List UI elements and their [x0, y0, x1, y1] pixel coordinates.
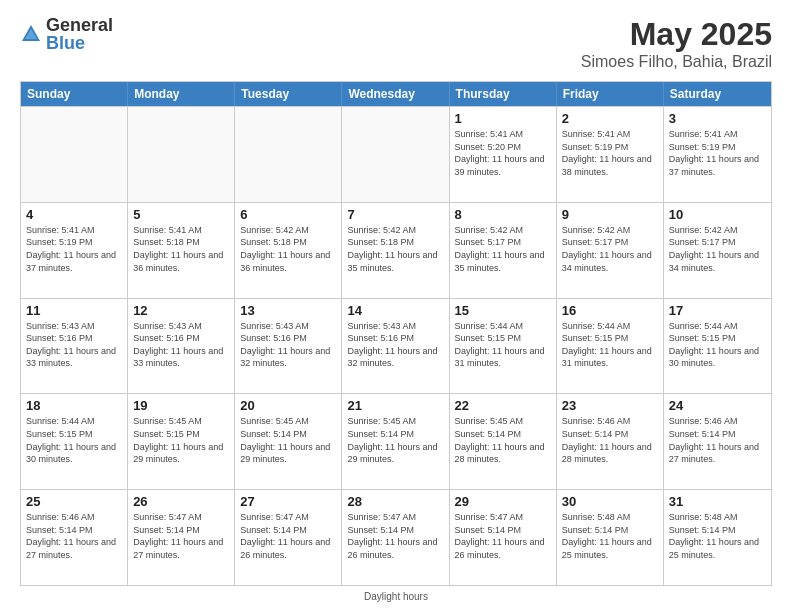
calendar-header-cell: Wednesday	[342, 82, 449, 106]
calendar-header: SundayMondayTuesdayWednesdayThursdayFrid…	[21, 82, 771, 106]
day-info: Sunrise: 5:45 AM Sunset: 5:14 PM Dayligh…	[455, 415, 551, 465]
calendar-cell: 18Sunrise: 5:44 AM Sunset: 5:15 PM Dayli…	[21, 394, 128, 489]
day-info: Sunrise: 5:41 AM Sunset: 5:19 PM Dayligh…	[562, 128, 658, 178]
day-number: 13	[240, 303, 336, 318]
day-number: 27	[240, 494, 336, 509]
day-info: Sunrise: 5:46 AM Sunset: 5:14 PM Dayligh…	[26, 511, 122, 561]
day-info: Sunrise: 5:48 AM Sunset: 5:14 PM Dayligh…	[562, 511, 658, 561]
calendar-header-cell: Sunday	[21, 82, 128, 106]
day-info: Sunrise: 5:47 AM Sunset: 5:14 PM Dayligh…	[240, 511, 336, 561]
calendar-cell: 19Sunrise: 5:45 AM Sunset: 5:15 PM Dayli…	[128, 394, 235, 489]
calendar-week: 11Sunrise: 5:43 AM Sunset: 5:16 PM Dayli…	[21, 298, 771, 394]
day-info: Sunrise: 5:42 AM Sunset: 5:17 PM Dayligh…	[669, 224, 766, 274]
day-number: 3	[669, 111, 766, 126]
day-info: Sunrise: 5:41 AM Sunset: 5:19 PM Dayligh…	[669, 128, 766, 178]
calendar-cell: 2Sunrise: 5:41 AM Sunset: 5:19 PM Daylig…	[557, 107, 664, 202]
calendar-cell: 14Sunrise: 5:43 AM Sunset: 5:16 PM Dayli…	[342, 299, 449, 394]
calendar-cell: 7Sunrise: 5:42 AM Sunset: 5:18 PM Daylig…	[342, 203, 449, 298]
calendar-cell-empty	[21, 107, 128, 202]
day-number: 26	[133, 494, 229, 509]
day-number: 23	[562, 398, 658, 413]
calendar-cell: 28Sunrise: 5:47 AM Sunset: 5:14 PM Dayli…	[342, 490, 449, 585]
calendar-cell: 9Sunrise: 5:42 AM Sunset: 5:17 PM Daylig…	[557, 203, 664, 298]
day-info: Sunrise: 5:41 AM Sunset: 5:19 PM Dayligh…	[26, 224, 122, 274]
calendar: SundayMondayTuesdayWednesdayThursdayFrid…	[20, 81, 772, 586]
day-info: Sunrise: 5:43 AM Sunset: 5:16 PM Dayligh…	[133, 320, 229, 370]
logo-text: General Blue	[46, 16, 113, 52]
calendar-cell: 6Sunrise: 5:42 AM Sunset: 5:18 PM Daylig…	[235, 203, 342, 298]
footer-note: Daylight hours	[20, 591, 772, 602]
calendar-header-cell: Friday	[557, 82, 664, 106]
day-info: Sunrise: 5:43 AM Sunset: 5:16 PM Dayligh…	[240, 320, 336, 370]
day-info: Sunrise: 5:44 AM Sunset: 5:15 PM Dayligh…	[455, 320, 551, 370]
day-number: 19	[133, 398, 229, 413]
calendar-cell: 26Sunrise: 5:47 AM Sunset: 5:14 PM Dayli…	[128, 490, 235, 585]
day-number: 29	[455, 494, 551, 509]
day-number: 2	[562, 111, 658, 126]
calendar-cell-empty	[128, 107, 235, 202]
calendar-cell: 12Sunrise: 5:43 AM Sunset: 5:16 PM Dayli…	[128, 299, 235, 394]
calendar-header-cell: Saturday	[664, 82, 771, 106]
calendar-cell: 30Sunrise: 5:48 AM Sunset: 5:14 PM Dayli…	[557, 490, 664, 585]
logo: General Blue	[20, 16, 113, 52]
calendar-cell: 23Sunrise: 5:46 AM Sunset: 5:14 PM Dayli…	[557, 394, 664, 489]
day-number: 30	[562, 494, 658, 509]
day-number: 10	[669, 207, 766, 222]
subtitle: Simoes Filho, Bahia, Brazil	[581, 53, 772, 71]
calendar-cell: 17Sunrise: 5:44 AM Sunset: 5:15 PM Dayli…	[664, 299, 771, 394]
calendar-header-cell: Monday	[128, 82, 235, 106]
day-info: Sunrise: 5:45 AM Sunset: 5:15 PM Dayligh…	[133, 415, 229, 465]
day-info: Sunrise: 5:41 AM Sunset: 5:20 PM Dayligh…	[455, 128, 551, 178]
day-number: 25	[26, 494, 122, 509]
day-number: 14	[347, 303, 443, 318]
day-info: Sunrise: 5:42 AM Sunset: 5:17 PM Dayligh…	[455, 224, 551, 274]
page: General Blue May 2025 Simoes Filho, Bahi…	[0, 0, 792, 612]
day-number: 15	[455, 303, 551, 318]
calendar-week: 25Sunrise: 5:46 AM Sunset: 5:14 PM Dayli…	[21, 489, 771, 585]
calendar-header-cell: Tuesday	[235, 82, 342, 106]
day-info: Sunrise: 5:44 AM Sunset: 5:15 PM Dayligh…	[26, 415, 122, 465]
day-info: Sunrise: 5:42 AM Sunset: 5:17 PM Dayligh…	[562, 224, 658, 274]
calendar-cell: 29Sunrise: 5:47 AM Sunset: 5:14 PM Dayli…	[450, 490, 557, 585]
day-number: 4	[26, 207, 122, 222]
calendar-week: 18Sunrise: 5:44 AM Sunset: 5:15 PM Dayli…	[21, 393, 771, 489]
day-number: 20	[240, 398, 336, 413]
day-info: Sunrise: 5:44 AM Sunset: 5:15 PM Dayligh…	[669, 320, 766, 370]
day-info: Sunrise: 5:48 AM Sunset: 5:14 PM Dayligh…	[669, 511, 766, 561]
day-info: Sunrise: 5:42 AM Sunset: 5:18 PM Dayligh…	[347, 224, 443, 274]
calendar-week: 4Sunrise: 5:41 AM Sunset: 5:19 PM Daylig…	[21, 202, 771, 298]
day-number: 8	[455, 207, 551, 222]
day-info: Sunrise: 5:45 AM Sunset: 5:14 PM Dayligh…	[240, 415, 336, 465]
calendar-cell: 1Sunrise: 5:41 AM Sunset: 5:20 PM Daylig…	[450, 107, 557, 202]
day-info: Sunrise: 5:44 AM Sunset: 5:15 PM Dayligh…	[562, 320, 658, 370]
calendar-cell: 3Sunrise: 5:41 AM Sunset: 5:19 PM Daylig…	[664, 107, 771, 202]
day-number: 1	[455, 111, 551, 126]
day-number: 6	[240, 207, 336, 222]
calendar-cell: 22Sunrise: 5:45 AM Sunset: 5:14 PM Dayli…	[450, 394, 557, 489]
calendar-cell: 10Sunrise: 5:42 AM Sunset: 5:17 PM Dayli…	[664, 203, 771, 298]
day-info: Sunrise: 5:43 AM Sunset: 5:16 PM Dayligh…	[26, 320, 122, 370]
day-info: Sunrise: 5:46 AM Sunset: 5:14 PM Dayligh…	[562, 415, 658, 465]
calendar-cell: 13Sunrise: 5:43 AM Sunset: 5:16 PM Dayli…	[235, 299, 342, 394]
calendar-cell: 5Sunrise: 5:41 AM Sunset: 5:18 PM Daylig…	[128, 203, 235, 298]
calendar-header-cell: Thursday	[450, 82, 557, 106]
day-number: 17	[669, 303, 766, 318]
day-info: Sunrise: 5:47 AM Sunset: 5:14 PM Dayligh…	[455, 511, 551, 561]
calendar-cell: 24Sunrise: 5:46 AM Sunset: 5:14 PM Dayli…	[664, 394, 771, 489]
day-info: Sunrise: 5:47 AM Sunset: 5:14 PM Dayligh…	[133, 511, 229, 561]
calendar-body: 1Sunrise: 5:41 AM Sunset: 5:20 PM Daylig…	[21, 106, 771, 585]
calendar-cell: 4Sunrise: 5:41 AM Sunset: 5:19 PM Daylig…	[21, 203, 128, 298]
calendar-cell: 15Sunrise: 5:44 AM Sunset: 5:15 PM Dayli…	[450, 299, 557, 394]
day-info: Sunrise: 5:43 AM Sunset: 5:16 PM Dayligh…	[347, 320, 443, 370]
day-number: 16	[562, 303, 658, 318]
calendar-cell-empty	[342, 107, 449, 202]
day-number: 5	[133, 207, 229, 222]
calendar-cell: 8Sunrise: 5:42 AM Sunset: 5:17 PM Daylig…	[450, 203, 557, 298]
day-number: 9	[562, 207, 658, 222]
calendar-cell: 25Sunrise: 5:46 AM Sunset: 5:14 PM Dayli…	[21, 490, 128, 585]
day-number: 31	[669, 494, 766, 509]
logo-icon	[20, 23, 42, 45]
calendar-week: 1Sunrise: 5:41 AM Sunset: 5:20 PM Daylig…	[21, 106, 771, 202]
day-number: 28	[347, 494, 443, 509]
calendar-cell-empty	[235, 107, 342, 202]
